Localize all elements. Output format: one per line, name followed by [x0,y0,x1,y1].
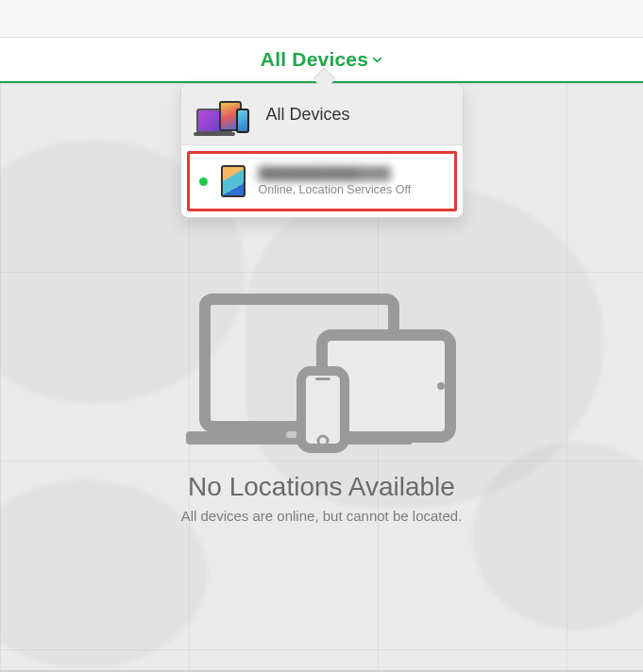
device-name: Redacted iPad [259,166,391,181]
dropdown-all-devices-label: All Devices [266,105,350,125]
empty-state-title: No Locations Available [114,472,530,502]
no-locations-illustration-icon [180,290,464,455]
map-background[interactable]: All Devices Redacted iPad Online, Locati… [0,83,643,672]
chevron-down-icon [372,55,382,65]
all-devices-icon [196,95,251,133]
svg-point-4 [437,382,445,390]
svg-rect-7 [315,378,330,380]
device-text-group: Redacted iPad Online, Location Services … [259,166,412,196]
empty-state-subtitle: All devices are online, but cannot be lo… [114,508,530,524]
devices-dropdown-trigger[interactable]: All Devices [261,48,382,71]
device-row[interactable]: Redacted iPad Online, Location Services … [187,151,457,211]
device-status: Online, Location Services Off [259,183,412,196]
window-top-gap [0,0,643,38]
device-thumbnail-icon [221,165,245,197]
devices-dropdown-panel: All Devices Redacted iPad Online, Locati… [180,83,464,218]
devices-dropdown-label: All Devices [261,48,368,71]
dropdown-all-devices-row[interactable]: All Devices [181,84,463,145]
empty-state: No Locations Available All devices are o… [114,290,530,524]
online-status-dot-icon [199,177,208,186]
